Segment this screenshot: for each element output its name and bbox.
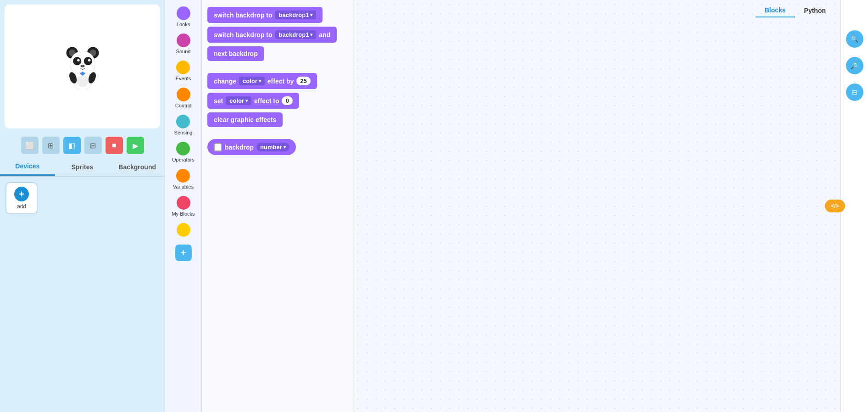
top-bar: Blocks Python	[750, 0, 840, 21]
view-grid-btn[interactable]: ⊞	[42, 137, 60, 154]
effect-value-input[interactable]: 25	[296, 77, 310, 85]
color-label-2: color	[229, 97, 244, 104]
my-blocks-dot	[177, 196, 190, 210]
code-icon-text: </>	[831, 203, 839, 209]
svg-point-11	[77, 75, 88, 87]
block-switch-backdrop-1-text: switch backdrop to	[214, 11, 273, 19]
category-sensing[interactable]: Sensing	[172, 113, 195, 137]
zoom-in-button[interactable]: 🔍	[846, 30, 863, 48]
dropdown-arrow-2-icon: ▾	[310, 32, 312, 37]
block-switch-backdrop-2[interactable]: switch backdrop to backdrop1 ▾ and	[207, 27, 337, 43]
category-my-blocks[interactable]: My Blocks	[170, 194, 196, 218]
backdrop1-label: backdrop1	[279, 11, 309, 18]
category-variables[interactable]: Variables	[171, 167, 195, 191]
python-tab-btn[interactable]: Python	[795, 4, 835, 17]
effect-by-text: effect by	[267, 78, 294, 85]
next-backdrop-text: next backdrop	[214, 50, 258, 57]
block-switch-backdrop-1[interactable]: switch backdrop to backdrop1 ▾	[207, 7, 323, 23]
extra-dot	[177, 223, 190, 237]
view-single-btn[interactable]: ◧	[63, 137, 81, 154]
add-device-button[interactable]: + add	[6, 182, 38, 214]
left-panel: ⬜ ⊞ ◧ ⊟ ■ ▶ Devices Sprites Background +…	[0, 0, 165, 412]
svg-point-9	[80, 65, 84, 67]
view-run-btn[interactable]: ▶	[127, 137, 144, 154]
tab-sprites[interactable]: Sprites	[55, 158, 110, 176]
category-operators[interactable]: Operators	[170, 140, 196, 164]
tab-devices[interactable]: Devices	[0, 158, 55, 176]
block-change-color-effect[interactable]: change color ▾ effect by 25	[207, 73, 317, 89]
blocks-tab-btn[interactable]: Blocks	[756, 4, 795, 17]
set-text: set	[214, 97, 223, 105]
code-icon-button[interactable]: </>	[825, 200, 845, 212]
svg-point-7	[77, 59, 79, 61]
control-label: Control	[175, 103, 191, 108]
category-extra[interactable]	[175, 221, 192, 240]
svg-point-6	[83, 57, 92, 65]
svg-point-8	[88, 59, 90, 61]
extension-button[interactable]: +	[175, 245, 192, 261]
block-and-text: and	[319, 31, 330, 39]
change-text: change	[214, 78, 236, 85]
block-next-backdrop[interactable]: next backdrop	[207, 46, 264, 61]
variables-dot	[176, 169, 190, 183]
block-switch-backdrop-2-text: switch backdrop to	[214, 31, 273, 39]
color-dropdown-1[interactable]: color ▾	[239, 77, 265, 85]
plus-circle-icon: +	[14, 187, 29, 201]
clear-graphic-effects-text: clear graphic effects	[214, 116, 276, 123]
add-device-label: add	[17, 203, 26, 210]
fit-button[interactable]: ⊟	[846, 84, 863, 101]
block-set-color-effect[interactable]: set color ▾ effect to 0	[207, 93, 299, 109]
view-fit-btn[interactable]: ⬜	[21, 137, 39, 154]
sensing-dot	[176, 115, 190, 128]
number-dropdown[interactable]: number ▾	[256, 143, 289, 151]
block-switch-backdrop-2-dropdown[interactable]: backdrop1 ▾	[275, 30, 317, 39]
color-dropdown-2[interactable]: color ▾	[226, 96, 251, 105]
block-switch-backdrop-1-dropdown[interactable]: backdrop1 ▾	[275, 11, 317, 19]
tab-background[interactable]: Background	[110, 158, 165, 176]
sound-dot	[177, 33, 190, 47]
color-arrow-2-icon: ▾	[245, 98, 248, 103]
tabs-bar: Devices Sprites Background	[0, 158, 165, 177]
color-label-1: color	[243, 78, 257, 84]
number-label: number	[260, 144, 282, 150]
svg-point-5	[73, 57, 81, 65]
events-label: Events	[176, 76, 191, 81]
category-control[interactable]: Control	[173, 86, 193, 110]
variables-label: Variables	[173, 184, 194, 189]
category-events[interactable]: Events	[174, 59, 193, 83]
category-sound[interactable]: Sound	[174, 32, 193, 56]
backdrop-text: backdrop	[225, 144, 254, 151]
sensing-label: Sensing	[174, 130, 193, 135]
number-arrow-icon: ▾	[284, 145, 286, 150]
color-arrow-1-icon: ▾	[259, 78, 261, 84]
category-looks[interactable]: Looks	[175, 5, 192, 29]
devices-area: + add	[0, 177, 165, 412]
view-controls: ⬜ ⊞ ◧ ⊟ ■ ▶	[0, 133, 165, 158]
my-blocks-label: My Blocks	[172, 211, 195, 217]
dropdown-arrow-icon: ▾	[310, 12, 312, 17]
sprite-preview	[5, 5, 160, 128]
operators-dot	[176, 142, 190, 156]
looks-dot	[177, 6, 190, 20]
panda-sprite	[62, 44, 103, 89]
sound-label: Sound	[176, 49, 191, 54]
canvas-area[interactable]: Blocks Python </>	[353, 0, 840, 412]
zoom-out-button[interactable]: 🔎	[846, 57, 863, 74]
looks-label: Looks	[177, 22, 190, 27]
block-clear-graphic-effects[interactable]: clear graphic effects	[207, 112, 283, 127]
categories-sidebar: Looks Sound Events Control Sensing Opera…	[165, 0, 202, 412]
effect-to-value-input[interactable]: 0	[282, 96, 293, 105]
view-list-btn[interactable]: ⊟	[84, 137, 102, 154]
operators-label: Operators	[172, 157, 195, 162]
events-dot	[176, 61, 190, 74]
backdrop1-2-label: backdrop1	[279, 31, 309, 38]
block-palette: switch backdrop to backdrop1 ▾ switch ba…	[202, 0, 353, 412]
control-dot	[177, 88, 190, 101]
block-backdrop-number[interactable]: backdrop number ▾	[207, 139, 296, 155]
view-stop-btn[interactable]: ■	[106, 137, 123, 154]
backdrop-number-checkbox[interactable]	[214, 143, 222, 151]
effect-to-text: effect to	[254, 97, 279, 105]
